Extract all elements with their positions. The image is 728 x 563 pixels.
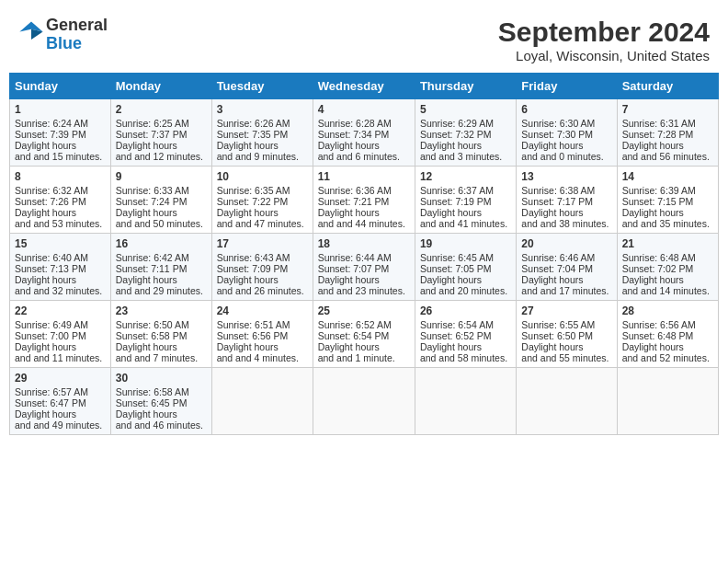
daylight-label: Daylight hours <box>420 207 482 218</box>
day-number: 12 <box>420 170 511 183</box>
calendar-cell: 20Sunrise: 6:46 AMSunset: 7:04 PMDayligh… <box>517 234 617 301</box>
day-number: 13 <box>521 170 611 183</box>
calendar-cell: 16Sunrise: 6:42 AMSunset: 7:11 PMDayligh… <box>110 234 211 301</box>
logo: General Blue <box>18 17 108 53</box>
daylight-label: Daylight hours <box>318 140 380 151</box>
daylight-value: and and 6 minutes. <box>318 151 400 162</box>
daylight-label: Daylight hours <box>318 207 380 218</box>
calendar-cell: 14Sunrise: 6:39 AMSunset: 7:15 PMDayligh… <box>617 167 718 234</box>
day-number: 10 <box>217 170 308 183</box>
daylight-label: Daylight hours <box>116 341 177 352</box>
daylight-label: Daylight hours <box>420 274 482 285</box>
day-number: 17 <box>217 237 308 250</box>
day-number: 30 <box>116 372 207 385</box>
title-area: September 2024 Loyal, Wisconsin, United … <box>498 17 710 63</box>
daylight-value: and and 3 minutes. <box>420 151 502 162</box>
calendar-cell: 8Sunrise: 6:32 AMSunset: 7:26 PMDaylight… <box>10 167 111 234</box>
column-header-wednesday: Wednesday <box>313 74 415 99</box>
calendar-cell: 23Sunrise: 6:50 AMSunset: 6:58 PMDayligh… <box>110 301 211 368</box>
calendar-cell: 30Sunrise: 6:58 AMSunset: 6:45 PMDayligh… <box>110 368 211 435</box>
calendar-cell: 24Sunrise: 6:51 AMSunset: 6:56 PMDayligh… <box>211 301 313 368</box>
daylight-label: Daylight hours <box>521 341 583 352</box>
daylight-label: Daylight hours <box>116 207 177 218</box>
calendar-cell: 17Sunrise: 6:43 AMSunset: 7:09 PMDayligh… <box>211 234 313 301</box>
daylight-value: and and 44 minutes. <box>318 218 405 229</box>
logo-icon <box>18 20 44 46</box>
day-number: 18 <box>318 237 410 250</box>
calendar-week-3: 15Sunrise: 6:40 AMSunset: 7:13 PMDayligh… <box>10 234 719 301</box>
daylight-value: and and 38 minutes. <box>521 218 609 229</box>
daylight-label: Daylight hours <box>420 140 482 151</box>
calendar-cell: 18Sunrise: 6:44 AMSunset: 7:07 PMDayligh… <box>313 234 415 301</box>
calendar-week-2: 8Sunrise: 6:32 AMSunset: 7:26 PMDaylight… <box>10 167 719 234</box>
daylight-label: Daylight hours <box>622 140 684 151</box>
column-header-friday: Friday <box>517 74 617 99</box>
calendar-cell: 21Sunrise: 6:48 AMSunset: 7:02 PMDayligh… <box>617 234 718 301</box>
day-number: 22 <box>15 304 106 317</box>
calendar-cell: 9Sunrise: 6:33 AMSunset: 7:24 PMDaylight… <box>110 167 211 234</box>
daylight-value: and and 0 minutes. <box>521 151 603 162</box>
daylight-label: Daylight hours <box>217 140 279 151</box>
daylight-value: and and 20 minutes. <box>420 285 507 296</box>
daylight-value: and and 14 minutes. <box>622 285 710 296</box>
day-number: 15 <box>15 237 106 250</box>
calendar-cell <box>617 368 718 435</box>
logo-line1: General <box>46 17 108 35</box>
daylight-value: and and 55 minutes. <box>521 352 609 363</box>
day-number: 23 <box>116 304 207 317</box>
daylight-value: and and 29 minutes. <box>116 285 203 296</box>
daylight-value: and and 56 minutes. <box>622 151 710 162</box>
column-header-sunday: Sunday <box>10 74 111 99</box>
daylight-value: and and 41 minutes. <box>420 218 507 229</box>
daylight-label: Daylight hours <box>15 207 76 218</box>
daylight-value: and and 32 minutes. <box>15 285 102 296</box>
calendar-cell <box>415 368 516 435</box>
daylight-value: and and 52 minutes. <box>622 352 710 363</box>
calendar-cell: 22Sunrise: 6:49 AMSunset: 7:00 PMDayligh… <box>10 301 111 368</box>
daylight-value: and and 35 minutes. <box>622 218 710 229</box>
daylight-value: and and 4 minutes. <box>217 352 299 363</box>
calendar-week-4: 22Sunrise: 6:49 AMSunset: 7:00 PMDayligh… <box>10 301 719 368</box>
daylight-value: and and 1 minute. <box>318 352 395 363</box>
daylight-label: Daylight hours <box>521 274 583 285</box>
daylight-value: and and 50 minutes. <box>116 218 203 229</box>
day-number: 8 <box>15 170 106 183</box>
calendar-cell <box>211 368 313 435</box>
calendar-cell: 26Sunrise: 6:54 AMSunset: 6:52 PMDayligh… <box>415 301 516 368</box>
day-number: 29 <box>15 372 106 385</box>
day-number: 14 <box>622 170 713 183</box>
daylight-label: Daylight hours <box>217 274 279 285</box>
daylight-label: Daylight hours <box>15 140 76 151</box>
calendar-cell <box>517 368 617 435</box>
day-number: 24 <box>217 304 308 317</box>
daylight-label: Daylight hours <box>217 207 279 218</box>
calendar-subtitle: Loyal, Wisconsin, United States <box>498 48 710 63</box>
daylight-value: and and 11 minutes. <box>15 352 102 363</box>
daylight-label: Daylight hours <box>318 341 380 352</box>
day-number: 5 <box>420 103 511 116</box>
column-header-monday: Monday <box>110 74 211 99</box>
daylight-value: and and 12 minutes. <box>116 151 203 162</box>
daylight-label: Daylight hours <box>622 341 684 352</box>
daylight-value: and and 7 minutes. <box>116 352 198 363</box>
daylight-value: and and 58 minutes. <box>420 352 507 363</box>
daylight-label: Daylight hours <box>217 341 279 352</box>
header: General Blue September 2024 Loyal, Wisco… <box>9 9 719 69</box>
daylight-label: Daylight hours <box>116 408 177 419</box>
day-number: 2 <box>116 103 207 116</box>
daylight-value: and and 9 minutes. <box>217 151 299 162</box>
daylight-label: Daylight hours <box>15 341 76 352</box>
daylight-label: Daylight hours <box>521 140 583 151</box>
calendar-title: September 2024 <box>498 17 710 48</box>
daylight-value: and and 15 minutes. <box>15 151 102 162</box>
daylight-value: and and 26 minutes. <box>217 285 304 296</box>
daylight-value: and and 49 minutes. <box>15 419 102 431</box>
calendar-cell: 12Sunrise: 6:37 AMSunset: 7:19 PMDayligh… <box>415 167 516 234</box>
daylight-label: Daylight hours <box>420 341 482 352</box>
calendar-header-row: SundayMondayTuesdayWednesdayThursdayFrid… <box>10 74 719 99</box>
calendar-cell: 25Sunrise: 6:52 AMSunset: 6:54 PMDayligh… <box>313 301 415 368</box>
daylight-label: Daylight hours <box>116 140 177 151</box>
daylight-label: Daylight hours <box>116 274 177 285</box>
daylight-label: Daylight hours <box>318 274 380 285</box>
calendar-cell: 4Sunrise: 6:28 AMSunset: 7:34 PMDaylight… <box>313 99 415 167</box>
